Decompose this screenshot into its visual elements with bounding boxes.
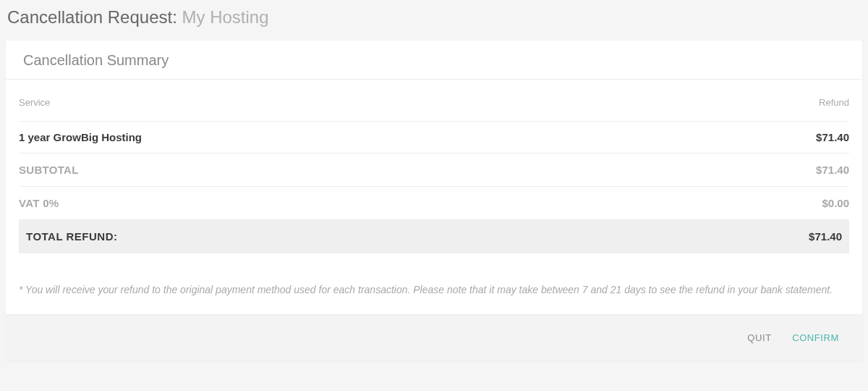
- page-title-suffix: My Hosting: [182, 7, 268, 27]
- column-service: Service: [19, 97, 617, 122]
- page-title: Cancellation Request: My Hosting: [7, 7, 861, 28]
- subtotal-label: SUBTOTAL: [19, 154, 617, 187]
- page-title-prefix: Cancellation Request:: [7, 7, 177, 27]
- page-header: Cancellation Request: My Hosting: [0, 0, 868, 41]
- card-title: Cancellation Summary: [23, 52, 845, 69]
- card-footer: QUIT CONFIRM: [6, 314, 862, 361]
- confirm-button[interactable]: CONFIRM: [786, 328, 845, 348]
- card-body: Service Refund 1 year GrowBig Hosting $7…: [6, 80, 862, 253]
- line-item-label: 1 year GrowBig Hosting: [19, 122, 617, 154]
- table-row: VAT 0% $0.00: [19, 187, 849, 220]
- total-label: TOTAL REFUND:: [19, 219, 617, 253]
- summary-card: Cancellation Summary Service Refund 1 ye…: [6, 41, 862, 361]
- table-row: SUBTOTAL $71.40: [19, 154, 849, 187]
- column-refund: Refund: [617, 97, 849, 122]
- summary-table: Service Refund 1 year GrowBig Hosting $7…: [19, 97, 849, 253]
- quit-button[interactable]: QUIT: [741, 328, 777, 348]
- vat-label: VAT 0%: [19, 187, 617, 220]
- total-row: TOTAL REFUND: $71.40: [19, 219, 849, 253]
- total-value: $71.40: [617, 219, 849, 253]
- footnote: * You will receive your refund to the or…: [6, 253, 862, 314]
- subtotal-value: $71.40: [617, 154, 849, 187]
- table-row: 1 year GrowBig Hosting $71.40: [19, 122, 849, 154]
- line-item-value: $71.40: [617, 122, 849, 154]
- vat-value: $0.00: [617, 187, 849, 220]
- card-header: Cancellation Summary: [6, 41, 862, 80]
